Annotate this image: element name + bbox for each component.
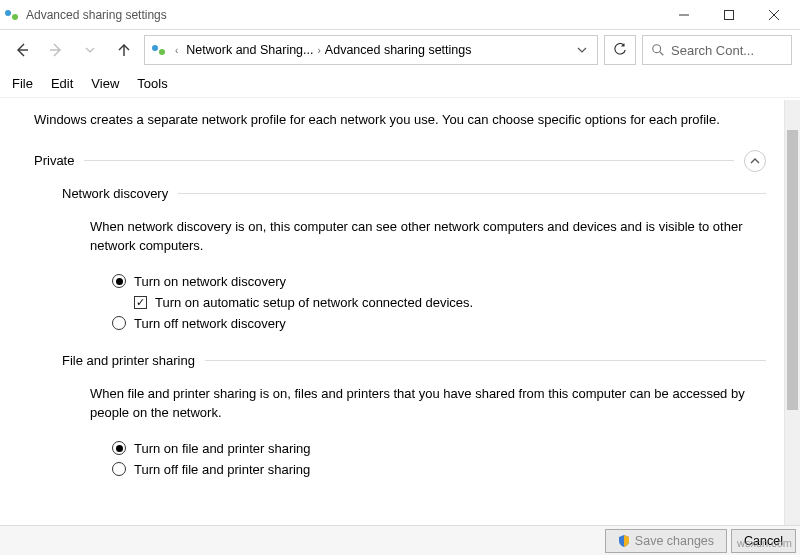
window-controls bbox=[661, 0, 796, 30]
checkbox-icon bbox=[134, 296, 147, 309]
svg-point-11 bbox=[653, 45, 661, 53]
checkbox-auto-setup[interactable]: Turn on automatic setup of network conne… bbox=[134, 295, 766, 310]
radio-label: Turn off network discovery bbox=[134, 316, 286, 331]
shield-icon bbox=[618, 535, 630, 547]
section-divider bbox=[178, 193, 766, 194]
intro-text: Windows creates a separate network profi… bbox=[34, 110, 766, 130]
radio-label: Turn off file and printer sharing bbox=[134, 462, 310, 477]
radio-label: Turn on network discovery bbox=[134, 274, 286, 289]
refresh-button[interactable] bbox=[604, 35, 636, 65]
radio-turn-on-discovery[interactable]: Turn on network discovery bbox=[112, 274, 766, 289]
file-printer-title: File and printer sharing bbox=[62, 353, 195, 368]
radio-turn-off-discovery[interactable]: Turn off network discovery bbox=[112, 316, 766, 331]
network-discovery-desc: When network discovery is on, this compu… bbox=[90, 217, 766, 256]
search-input[interactable]: Search Cont... bbox=[642, 35, 792, 65]
checkbox-label: Turn on automatic setup of network conne… bbox=[155, 295, 473, 310]
file-printer-desc: When file and printer sharing is on, fil… bbox=[90, 384, 766, 423]
titlebar: Advanced sharing settings bbox=[0, 0, 800, 30]
save-changes-button[interactable]: Save changes bbox=[605, 529, 727, 553]
svg-line-12 bbox=[660, 52, 664, 56]
forward-button[interactable] bbox=[42, 36, 70, 64]
svg-point-1 bbox=[12, 14, 18, 20]
breadcrumb: Network and Sharing... › Advanced sharin… bbox=[186, 43, 471, 57]
radio-turn-off-sharing[interactable]: Turn off file and printer sharing bbox=[112, 462, 766, 477]
navbar: ‹ Network and Sharing... › Advanced shar… bbox=[0, 30, 800, 70]
chevron-right-icon: ‹ bbox=[173, 45, 180, 56]
back-button[interactable] bbox=[8, 36, 36, 64]
svg-point-0 bbox=[5, 10, 11, 16]
vertical-scrollbar[interactable] bbox=[784, 100, 800, 525]
chevron-right-icon: › bbox=[316, 45, 323, 56]
save-button-label: Save changes bbox=[635, 534, 714, 548]
svg-point-10 bbox=[159, 49, 165, 55]
minimize-button[interactable] bbox=[661, 0, 706, 30]
window-title: Advanced sharing settings bbox=[26, 8, 661, 22]
close-button[interactable] bbox=[751, 0, 796, 30]
menu-view[interactable]: View bbox=[91, 76, 119, 91]
maximize-button[interactable] bbox=[706, 0, 751, 30]
menu-tools[interactable]: Tools bbox=[137, 76, 167, 91]
menu-edit[interactable]: Edit bbox=[51, 76, 73, 91]
address-dropdown[interactable] bbox=[573, 43, 591, 58]
address-bar[interactable]: ‹ Network and Sharing... › Advanced shar… bbox=[144, 35, 598, 65]
network-sharing-icon bbox=[151, 42, 167, 58]
section-divider bbox=[205, 360, 766, 361]
recent-dropdown[interactable] bbox=[76, 36, 104, 64]
radio-icon bbox=[112, 441, 126, 455]
watermark: wsxdn.com bbox=[737, 537, 792, 549]
menu-file[interactable]: File bbox=[12, 76, 33, 91]
chevron-up-icon bbox=[750, 156, 760, 166]
network-discovery-title: Network discovery bbox=[62, 186, 168, 201]
svg-rect-3 bbox=[724, 10, 733, 19]
breadcrumb-item-network[interactable]: Network and Sharing... bbox=[186, 43, 313, 57]
private-section-title: Private bbox=[34, 153, 74, 168]
svg-point-9 bbox=[152, 45, 158, 51]
file-printer-section: File and printer sharing When file and p… bbox=[62, 353, 766, 477]
radio-turn-on-sharing[interactable]: Turn on file and printer sharing bbox=[112, 441, 766, 456]
network-icon bbox=[4, 7, 20, 23]
up-button[interactable] bbox=[110, 36, 138, 64]
radio-icon bbox=[112, 462, 126, 476]
radio-icon bbox=[112, 274, 126, 288]
content-area: Windows creates a separate network profi… bbox=[0, 100, 800, 525]
section-divider bbox=[84, 160, 734, 161]
search-icon bbox=[651, 43, 665, 57]
collapse-toggle[interactable] bbox=[744, 150, 766, 172]
radio-label: Turn on file and printer sharing bbox=[134, 441, 311, 456]
scrollbar-thumb[interactable] bbox=[787, 130, 798, 410]
private-section-header: Private bbox=[34, 150, 766, 172]
radio-icon bbox=[112, 316, 126, 330]
network-discovery-section: Network discovery When network discovery… bbox=[62, 186, 766, 331]
breadcrumb-item-advanced[interactable]: Advanced sharing settings bbox=[325, 43, 472, 57]
search-placeholder: Search Cont... bbox=[671, 43, 754, 58]
footer: Save changes Cancel bbox=[0, 525, 800, 555]
menubar: File Edit View Tools bbox=[0, 70, 800, 98]
